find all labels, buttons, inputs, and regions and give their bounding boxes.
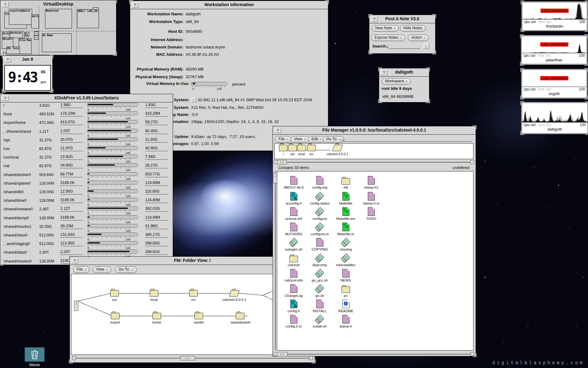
free-size-field[interactable]: 2.12T <box>60 206 83 212</box>
capacity-field[interactable]: 115.50G <box>145 189 168 194</box>
free-percent-gauge[interactable]: 0100 <box>87 137 138 145</box>
scrollbar-track[interactable] <box>287 354 470 355</box>
free-size-field[interactable]: 113.35G <box>60 241 83 246</box>
free-size-field[interactable]: 1.03T <box>60 129 83 134</box>
file-item[interactable]: stamp-h <box>333 314 359 328</box>
free-percent-gauge[interactable]: 0100 <box>87 189 138 197</box>
file-item[interactable]: configure <box>307 207 333 220</box>
file-item[interactable]: TODO <box>358 207 384 220</box>
pager-canvas[interactable]: [scraistlin@daltidalti#montrealRHEL7 (x8… <box>0 7 116 55</box>
file-item[interactable]: ⚙⚙Makefile.am <box>333 207 359 220</box>
file-item[interactable]: config.status <box>307 191 333 205</box>
horizontal-scrollbar[interactable]: ◂ ▸ <box>277 160 287 164</box>
free-size-field[interactable]: 34.60G <box>60 163 83 168</box>
file-item[interactable]: iREADME <box>333 299 359 313</box>
free-size-field[interactable]: 21.97G <box>60 146 83 151</box>
free-percent-gauge[interactable]: 0100 <box>87 111 138 119</box>
resize-corner[interactable] <box>426 99 430 103</box>
free-size-field[interactable]: 178.23M <box>60 111 83 117</box>
pager-window[interactable] <box>3 52 6 55</box>
pager-window[interactable]: File Man <box>19 38 32 54</box>
free-percent-gauge[interactable]: 0100 <box>87 128 138 136</box>
free-size-field[interactable]: 3189.0K <box>60 215 83 220</box>
resize-corner[interactable] <box>368 50 372 54</box>
window-titlebar[interactable]: Workstation Information <box>130 1 328 9</box>
pager-window[interactable]: #montreal <box>45 9 72 29</box>
path-folder[interactable]: local <box>296 145 307 156</box>
window-titlebar[interactable]: daltigoth <box>379 68 429 77</box>
wastebasket[interactable]: Waste <box>24 347 45 367</box>
free-percent-gauge[interactable]: 0100 <box>87 119 138 127</box>
free-size-field[interactable]: 1.98G <box>60 103 83 108</box>
file-item[interactable]: autogen.sh <box>281 237 307 251</box>
file-item[interactable]: install-sh <box>307 314 333 328</box>
free-percent-gauge[interactable]: 0100 <box>87 102 138 110</box>
view-menu-button[interactable]: View <box>93 266 111 273</box>
free-percent-gauge[interactable]: 0100 <box>87 171 138 179</box>
file-item[interactable]: mkinstalldirs <box>333 253 359 267</box>
window-menu-icon[interactable] <box>371 17 378 22</box>
search-input[interactable] <box>389 48 420 49</box>
free-percent-gauge[interactable]: 0100 <box>87 163 138 171</box>
file-item[interactable]: po <box>333 284 359 297</box>
horizontal-scrollbar[interactable]: ◂ ▸ <box>277 352 288 356</box>
capacity-field[interactable]: 1.83G <box>145 103 168 108</box>
free-percent-gauge[interactable]: 0100 <box>87 249 138 257</box>
hide-notes-button[interactable]: Hide Notes <box>400 25 426 32</box>
capacity-field[interactable]: 362.02G <box>145 206 168 212</box>
file-item[interactable]: depcomp <box>307 253 333 267</box>
capacity-field[interactable]: 398.65G <box>145 241 168 246</box>
window-menu-icon[interactable] <box>132 2 138 8</box>
expose-notes-button[interactable]: Expose Notes <box>371 35 405 41</box>
file-item[interactable]: aclocal.m4 <box>281 207 307 220</box>
path-folder[interactable]: / <box>278 145 288 156</box>
file-item[interactable]: COPYING <box>307 237 333 251</box>
tree-node[interactable]: raistlin <box>187 313 210 324</box>
scrollbar-anchor[interactable] <box>470 352 474 356</box>
file-item[interactable]: ChangeLog <box>281 284 307 297</box>
free-size-field[interactable]: 3189.0K <box>60 198 83 203</box>
capacity-field[interactable]: 28.27G <box>145 163 168 168</box>
pager-window[interactable]: FM: Fold <box>6 47 20 54</box>
window-menu-icon[interactable] <box>2 96 9 101</box>
tree-node[interactable]: .wastebasket <box>228 313 252 324</box>
horizontal-scrollbar[interactable]: ◂ ▸ <box>180 356 195 360</box>
window-titlebar[interactable]: Post A Note V3.0 <box>369 15 435 23</box>
capacity-field[interactable]: 124.89M <box>145 198 168 203</box>
scrollbar-anchor[interactable] <box>309 356 313 360</box>
capacity-field[interactable]: 7.56G <box>145 155 168 160</box>
free-percent-gauge[interactable]: 0100 <box>87 240 138 248</box>
scrollbar-track[interactable] <box>275 171 276 350</box>
free-size-field[interactable]: 12.50G <box>60 189 83 194</box>
free-size-field[interactable]: 23.82G <box>60 155 83 160</box>
scrollbar-anchor[interactable] <box>470 160 474 164</box>
file-item[interactable]: config.h.in <box>281 314 307 328</box>
capacity-field[interactable]: 380.17G <box>145 232 168 238</box>
slider-thumb[interactable] <box>193 83 195 84</box>
capacity-field[interactable]: 11.30G <box>145 137 168 143</box>
file-menu-button[interactable]: File <box>73 266 89 273</box>
file-item[interactable]: configure.in <box>307 222 333 236</box>
window-menu-icon[interactable] <box>275 128 281 133</box>
capacity-field[interactable]: 315.29M <box>145 111 168 117</box>
file-item[interactable]: NEWS <box>333 268 359 282</box>
free-percent-gauge[interactable]: 0100 <box>87 154 138 162</box>
capacity-field[interactable]: 268.62G <box>145 250 168 255</box>
scrollbar-track[interactable] <box>287 162 470 163</box>
free-percent-gauge[interactable]: 0100 <box>87 197 138 205</box>
capacity-field[interactable]: 503.77G <box>145 172 168 177</box>
pager-window[interactable]: raistlin@dalti <box>9 9 32 25</box>
file-menu-button[interactable]: File <box>275 136 291 143</box>
path-folder[interactable]: calctool-4.0.0.1 <box>321 145 354 156</box>
goto-menu-button[interactable]: Go To: <box>323 136 344 143</box>
file-item[interactable]: INSTALL <box>307 299 333 313</box>
file-item[interactable]: AUTHORS <box>281 222 307 236</box>
path-folder[interactable]: usr <box>287 145 298 156</box>
window-menu-icon[interactable] <box>72 258 78 263</box>
file-item[interactable]: calctool.info <box>281 268 307 282</box>
file-item[interactable]: go_gcc.sh <box>307 268 333 282</box>
tree-node[interactable]: calctool-4.0.0.1 <box>217 290 251 301</box>
window-menu-icon[interactable] <box>2 2 9 7</box>
file-item[interactable]: ABOUT-NLS <box>281 175 307 189</box>
free-percent-gauge[interactable]: 0100 <box>87 180 138 188</box>
